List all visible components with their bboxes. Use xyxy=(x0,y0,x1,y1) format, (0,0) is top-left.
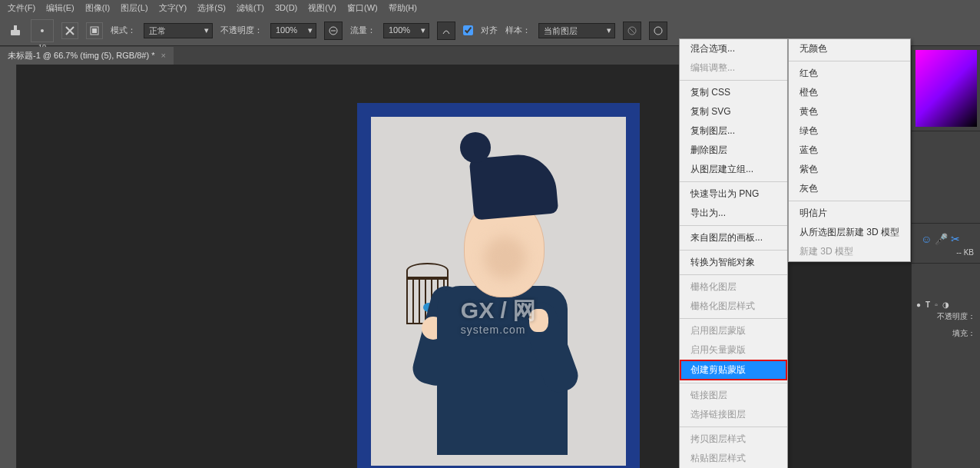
menu-help[interactable]: 帮助(H) xyxy=(389,2,417,14)
airbrush-button[interactable] xyxy=(437,22,455,40)
menu-item-10[interactable]: 导出为... xyxy=(680,204,787,223)
canvas xyxy=(357,103,640,468)
menu-item-9[interactable]: 快速导出为 PNG xyxy=(680,184,787,204)
fx-icon[interactable]: ◑ xyxy=(942,300,949,309)
panel-section-swatches xyxy=(912,263,980,294)
menu-file[interactable]: 文件(F) xyxy=(8,2,35,14)
submenu-item-11[interactable]: 从所选图层新建 3D 模型 xyxy=(789,223,910,242)
menu-view[interactable]: 视图(V) xyxy=(308,2,336,14)
flow-select[interactable]: 100% xyxy=(383,23,429,38)
submenu-item-5[interactable]: 绿色 xyxy=(789,121,910,141)
flow-label: 流量： xyxy=(350,25,376,36)
file-size-display: -- KB xyxy=(918,248,974,257)
opacity-pressure-button[interactable] xyxy=(324,22,343,40)
submenu-item-3[interactable]: 橙色 xyxy=(789,83,910,102)
menu-item-20: 启用矢量蒙版 xyxy=(680,340,787,360)
close-tab-icon[interactable]: × xyxy=(161,51,166,60)
svg-rect-1 xyxy=(14,25,17,32)
menu-item-19: 启用图层蒙版 xyxy=(680,321,787,340)
scissors-icon[interactable]: ✂ xyxy=(951,233,960,245)
menu-filter[interactable]: 滤镜(T) xyxy=(237,2,264,14)
panel-section-icons: ☺ 🎤 ✂ -- KB xyxy=(912,223,980,263)
svg-rect-3 xyxy=(92,28,97,33)
menu-item-4[interactable]: 复制 SVG xyxy=(680,102,787,121)
submenu-separator xyxy=(789,61,910,61)
menu-item-24: 选择链接图层 xyxy=(680,405,787,424)
pressure-size-button[interactable] xyxy=(649,22,667,40)
menu-item-7[interactable]: 从图层建立组... xyxy=(680,160,787,179)
type-icon[interactable]: T xyxy=(925,300,930,309)
menu-layer[interactable]: 图层(L) xyxy=(121,2,147,14)
menu-item-21[interactable]: 创建剪贴蒙版 xyxy=(680,360,787,380)
right-panel: ☺ 🎤 ✂ -- KB ● T ▫ ◑ 不透明度： 填充： xyxy=(911,46,980,468)
ignore-adjustment-button[interactable] xyxy=(623,22,641,40)
menu-select[interactable]: 选择(S) xyxy=(197,2,226,14)
menu-item-1: 编辑调整... xyxy=(680,58,787,78)
submenu-separator xyxy=(789,201,910,201)
menu-separator xyxy=(680,318,787,319)
menu-item-27: 粘贴图层样式 xyxy=(680,449,787,468)
menu-item-26: 拷贝图层样式 xyxy=(680,430,787,449)
submenu-item-12: 新建 3D 模型 xyxy=(789,242,910,261)
menu-item-23: 链接图层 xyxy=(680,386,787,405)
color-submenu: 无颜色红色橙色黄色绿色蓝色紫色灰色明信片从所选图层新建 3D 模型新建 3D 模… xyxy=(788,38,911,262)
menu-item-5[interactable]: 复制图层... xyxy=(680,121,787,141)
menu-item-14[interactable]: 转换为智能对象 xyxy=(680,253,787,272)
clone-stamp-tool-icon[interactable] xyxy=(8,23,23,38)
mode-label: 模式： xyxy=(111,25,136,36)
menu-item-6[interactable]: 删除图层 xyxy=(680,141,787,160)
menu-edit[interactable]: 编辑(E) xyxy=(46,2,74,14)
eye-icon[interactable]: ● xyxy=(916,300,921,309)
brush-preview[interactable]: 10 xyxy=(31,19,54,42)
layer-context-menu: 混合选项...编辑调整...复制 CSS复制 SVG复制图层...删除图层从图层… xyxy=(679,38,788,468)
layer-properties: ● T ▫ ◑ 不透明度： 填充： xyxy=(912,294,980,344)
document-tab-title: 未标题-1 @ 66.7% (timg (5), RGB/8#) * xyxy=(8,50,155,61)
layer-fill-label: 填充： xyxy=(916,328,975,339)
align-label: 对齐 xyxy=(481,25,498,36)
align-checkbox[interactable] xyxy=(463,25,473,35)
panel-section-1 xyxy=(912,131,980,223)
menu-item-12[interactable]: 来自图层的画板... xyxy=(680,228,787,247)
figure-illustration xyxy=(391,132,606,463)
menu-item-3[interactable]: 复制 CSS xyxy=(680,83,787,102)
submenu-item-4[interactable]: 黄色 xyxy=(789,102,910,121)
menu-item-16: 栅格化图层 xyxy=(680,277,787,297)
mic-icon[interactable]: 🎤 xyxy=(935,233,948,245)
menu-separator xyxy=(680,250,787,251)
submenu-item-0[interactable]: 无颜色 xyxy=(789,39,910,58)
menu-separator xyxy=(680,274,787,275)
canvas-content xyxy=(371,117,626,466)
layer-mask-icon[interactable]: ▫ xyxy=(935,300,938,309)
mode-select[interactable]: 正常 xyxy=(144,23,213,38)
svg-point-6 xyxy=(654,27,662,35)
sample-label: 样本： xyxy=(505,25,531,36)
submenu-item-7[interactable]: 紫色 xyxy=(789,160,910,179)
color-picker-gradient[interactable] xyxy=(915,50,977,127)
menu-3d[interactable]: 3D(D) xyxy=(275,3,297,12)
brush-panel-button[interactable] xyxy=(86,22,103,39)
submenu-item-2[interactable]: 红色 xyxy=(789,64,910,83)
menu-separator xyxy=(680,383,787,383)
top-menu-bar: 文件(F) 编辑(E) 图像(I) 图层(L) 文字(Y) 选择(S) 滤镜(T… xyxy=(0,0,980,15)
submenu-item-10[interactable]: 明信片 xyxy=(789,204,910,223)
layer-opacity-label: 不透明度： xyxy=(916,311,975,322)
left-toolbar[interactable] xyxy=(0,65,17,468)
menu-window[interactable]: 窗口(W) xyxy=(347,2,378,14)
smile-icon[interactable]: ☺ xyxy=(921,233,932,245)
menu-image[interactable]: 图像(I) xyxy=(85,2,110,14)
submenu-item-8[interactable]: 灰色 xyxy=(789,179,910,198)
opacity-select[interactable]: 100% xyxy=(270,23,316,38)
menu-separator xyxy=(680,181,787,182)
opacity-label: 不透明度： xyxy=(220,25,263,36)
menu-item-17: 栅格化图层样式 xyxy=(680,297,787,316)
sample-select[interactable]: 当前图层 xyxy=(538,23,615,38)
brush-settings-button[interactable] xyxy=(61,22,78,39)
menu-type[interactable]: 文字(Y) xyxy=(159,2,187,14)
menu-item-0[interactable]: 混合选项... xyxy=(680,39,787,58)
menu-separator xyxy=(680,427,787,427)
menu-separator xyxy=(680,80,787,81)
menu-separator xyxy=(680,225,787,226)
submenu-item-6[interactable]: 蓝色 xyxy=(789,141,910,160)
document-tab[interactable]: 未标题-1 @ 66.7% (timg (5), RGB/8#) * × xyxy=(0,47,174,65)
